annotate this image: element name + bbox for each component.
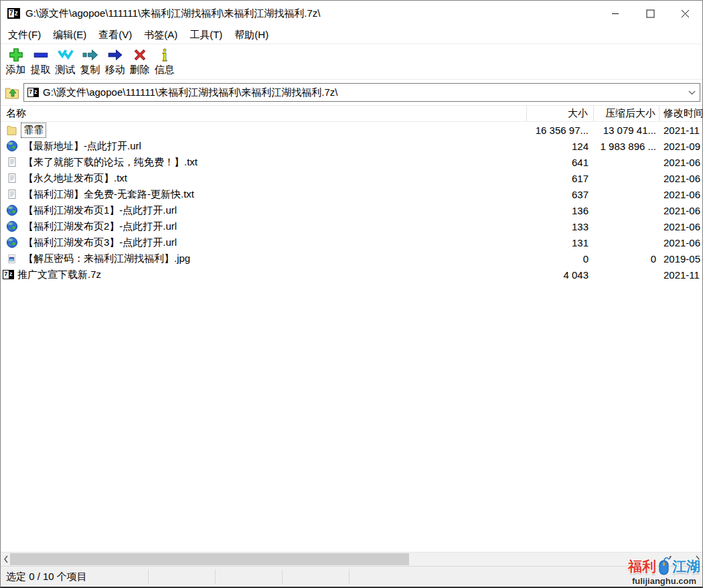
globe-url-icon (5, 204, 18, 216)
file-size: 637 (527, 186, 594, 202)
file-name: 霏霏 (22, 124, 45, 137)
delete-button[interactable]: 删除 (127, 44, 152, 76)
menubar: 文件(F) 编辑(E) 查看(V) 书签(A) 工具(T) 帮助(H) (1, 26, 702, 44)
file-row[interactable]: 霏霏 16 356 97... 13 079 41... 2021-11 (1, 122, 702, 138)
file-packed-size (594, 234, 659, 250)
file-row[interactable]: 7z 推广文宣下载新.7z 4 043 2021-11 (1, 267, 702, 283)
file-list: 霏霏 16 356 97... 13 079 41... 2021-11 【最新… (1, 122, 702, 552)
globe-url-icon (5, 220, 18, 232)
add-button[interactable]: 添加 (3, 44, 28, 76)
file-row[interactable]: 【来了就能下载的论坛，纯免费！】.txt 641 2021-06 (1, 154, 702, 170)
menu-tools[interactable]: 工具(T) (183, 26, 228, 44)
file-modified: 2021-11 (659, 267, 702, 283)
window-controls (598, 1, 702, 26)
horizontal-scrollbar[interactable] (1, 552, 702, 566)
file-name: 【福利江湖发布页2】-点此打开.url (22, 220, 178, 233)
file-row[interactable]: 【福利江湖发布页1】-点此打开.url 136 2021-06 (1, 202, 702, 218)
minimize-button[interactable] (598, 1, 633, 26)
test-check-icon (57, 46, 74, 64)
info-button[interactable]: i 信息 (152, 44, 177, 76)
scroll-left-button[interactable] (1, 553, 11, 566)
menu-help[interactable]: 帮助(H) (228, 26, 275, 44)
selection-status: 选定 0 / 10 个项目 (1, 567, 702, 586)
copy-arrow-icon (82, 46, 99, 64)
scroll-right-button[interactable] (692, 553, 702, 566)
file-packed-size: 13 079 41... (594, 122, 659, 138)
column-header-name[interactable]: 名称 (1, 106, 527, 121)
move-arrow-icon (106, 46, 124, 64)
status-divider (148, 569, 149, 584)
menu-edit[interactable]: 编辑(E) (47, 26, 92, 44)
file-name: 【最新地址】-点此打开.url (22, 140, 143, 153)
image-file-icon (5, 252, 18, 265)
parent-folder-button[interactable] (1, 83, 23, 102)
file-row[interactable]: 【福利江湖发布页3】-点此打开.url 131 2021-06 (1, 234, 702, 250)
file-packed-size (594, 154, 659, 170)
list-header: 名称 大小 压缩后大小 修改时间 (1, 106, 702, 122)
file-modified: 2021-06 (659, 202, 702, 218)
window-title: G:\源文件\agopoe\111111\来福利江湖找福利\来福利江湖找福利.7… (25, 7, 320, 20)
move-button[interactable]: 移动 (102, 44, 127, 76)
file-size: 0 (527, 250, 594, 267)
menu-view[interactable]: 查看(V) (92, 26, 138, 44)
status-divider (349, 569, 349, 584)
scrollbar-thumb[interactable] (10, 553, 409, 565)
file-size: 16 356 97... (527, 122, 594, 138)
close-icon (681, 9, 690, 18)
menu-bookmarks[interactable]: 书签(A) (138, 26, 183, 44)
file-modified: 2021-06 (659, 154, 702, 170)
delete-x-icon (131, 46, 149, 64)
file-packed-size (594, 267, 659, 283)
file-packed-size: 1 983 896 ... (594, 138, 659, 154)
test-button[interactable]: 测试 (53, 44, 78, 76)
file-row[interactable]: 【福利江湖】全免费-无套路-更新快.txt 637 2021-06 (1, 186, 702, 202)
file-row[interactable]: 【解压密码：来福利江湖找福利】.jpg 0 0 2019-05 (1, 250, 702, 267)
file-size: 617 (527, 170, 594, 186)
file-size: 136 (527, 202, 594, 218)
file-size: 4 043 (527, 267, 594, 283)
scroll-right-icon (695, 555, 700, 563)
menu-file[interactable]: 文件(F) (2, 26, 47, 44)
file-packed-size (594, 186, 659, 202)
extract-button[interactable]: 提取 (28, 44, 53, 76)
statusbar: 选定 0 / 10 个项目 (1, 566, 702, 587)
file-size: 641 (527, 154, 594, 170)
file-name: 【永久地址发布页】.txt (22, 172, 129, 185)
combo-dropdown-button[interactable] (688, 90, 697, 95)
status-divider (282, 569, 283, 584)
svg-text:i: i (162, 46, 167, 64)
copy-button[interactable]: 复制 (78, 44, 102, 76)
folder-icon (5, 124, 18, 136)
globe-url-icon (5, 236, 18, 248)
text-file-icon (5, 156, 18, 168)
file-name: 推广文宣下载新.7z (16, 269, 102, 281)
file-modified: 2021-06 (659, 170, 702, 186)
column-header-packed-size[interactable]: 压缩后大小 (594, 106, 659, 121)
file-row[interactable]: 【最新地址】-点此打开.url 124 1 983 896 ... 2021-0… (1, 138, 702, 154)
archive-7z-icon: 7z (27, 88, 39, 97)
file-modified: 2021-06 (659, 218, 702, 234)
7z-archive-icon: 7z (2, 269, 15, 281)
add-plus-icon (7, 46, 25, 64)
file-packed-size: 0 (594, 250, 659, 267)
extract-minus-icon (32, 46, 50, 64)
file-packed-size (594, 170, 659, 186)
close-button[interactable] (668, 1, 702, 26)
maximize-button[interactable] (633, 1, 668, 26)
column-header-modified[interactable]: 修改时间 (659, 106, 702, 121)
file-row[interactable]: 【福利江湖发布页2】-点此打开.url 133 2021-06 (1, 218, 702, 234)
info-icon: i (156, 46, 173, 64)
column-header-size[interactable]: 大小 (527, 106, 594, 121)
text-file-icon (5, 188, 18, 200)
file-name: 【福利江湖发布页3】-点此打开.url (22, 236, 178, 249)
titlebar: 7z G:\源文件\agopoe\111111\来福利江湖找福利\来福利江湖找福… (1, 1, 702, 26)
file-modified: 2021-06 (659, 234, 702, 250)
maximize-icon (646, 9, 655, 18)
address-combobox[interactable]: 7z G:\源文件\agopoe\111111\来福利江湖找福利\来福利江湖找福… (23, 83, 700, 102)
file-row[interactable]: 【永久地址发布页】.txt 617 2021-06 (1, 170, 702, 186)
file-name: 【福利江湖】全免费-无套路-更新快.txt (22, 188, 196, 201)
file-modified: 2021-11 (659, 122, 702, 138)
status-divider (215, 569, 216, 584)
text-file-icon (5, 172, 18, 184)
file-modified: 2021-06 (659, 186, 702, 202)
